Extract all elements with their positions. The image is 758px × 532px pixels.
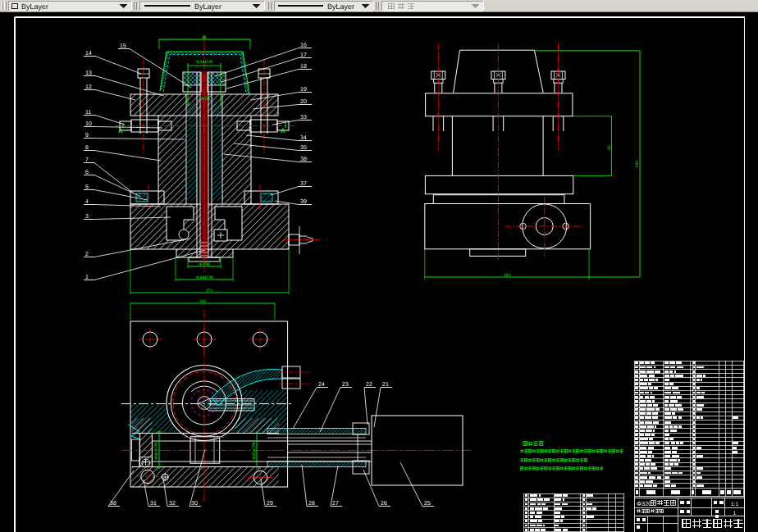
svg-text:21: 21	[382, 382, 389, 388]
svg-text:Φ320: Φ320	[637, 500, 652, 507]
svg-text:1:1: 1:1	[731, 502, 738, 507]
svg-text:3: 3	[85, 214, 89, 220]
svg-text:1: 1	[733, 511, 737, 516]
svg-text:31: 31	[150, 501, 157, 507]
svg-text:6: 6	[85, 170, 89, 175]
svg-text:ByLayer: ByLayer	[21, 2, 48, 11]
svg-text:A: A	[281, 127, 285, 134]
svg-text:18: 18	[300, 64, 307, 70]
svg-text:M24: M24	[201, 97, 209, 102]
svg-text:17: 17	[300, 52, 307, 58]
svg-text:25: 25	[424, 501, 431, 507]
svg-text:11: 11	[85, 110, 91, 116]
svg-text:38: 38	[110, 501, 116, 507]
svg-text:Φ35H7/f6: Φ35H7/f6	[252, 442, 257, 460]
svg-text:170: 170	[206, 289, 213, 293]
svg-text:32: 32	[169, 501, 176, 507]
svg-text:240: 240	[635, 161, 640, 168]
svg-text:27: 27	[332, 501, 339, 507]
svg-text:13: 13	[85, 70, 92, 76]
svg-text:180: 180	[199, 299, 207, 304]
svg-text:34: 34	[300, 135, 307, 141]
svg-text:8: 8	[85, 145, 89, 151]
svg-text:10: 10	[85, 121, 92, 127]
svg-text:23: 23	[342, 382, 349, 388]
svg-text:38: 38	[300, 157, 307, 162]
svg-text:33: 33	[300, 115, 307, 120]
svg-text:88: 88	[202, 35, 207, 39]
svg-text:12: 12	[85, 84, 92, 90]
svg-text:7: 7	[85, 157, 89, 163]
svg-text:35: 35	[300, 145, 307, 151]
svg-text:ByLayer: ByLayer	[194, 2, 221, 11]
svg-text:19: 19	[300, 87, 307, 93]
svg-text:5: 5	[85, 184, 89, 190]
svg-text:15: 15	[120, 43, 126, 49]
svg-text:28: 28	[308, 501, 315, 507]
svg-text:4: 4	[85, 199, 89, 205]
svg-text:30: 30	[191, 501, 198, 507]
svg-text:1: 1	[85, 275, 89, 280]
svg-text:9: 9	[85, 133, 89, 139]
svg-text:14: 14	[85, 51, 92, 57]
svg-text:29: 29	[267, 501, 273, 507]
svg-text:39: 39	[300, 199, 307, 205]
svg-text:65: 65	[607, 145, 612, 150]
svg-text:ByLayer: ByLayer	[327, 2, 354, 11]
svg-text:24: 24	[318, 382, 325, 388]
svg-text:16: 16	[300, 43, 307, 48]
svg-text:22: 22	[366, 382, 372, 388]
svg-text:20: 20	[300, 99, 307, 105]
svg-text:2: 2	[85, 252, 89, 257]
svg-text:Φ28H7/f6: Φ28H7/f6	[195, 60, 213, 65]
svg-text:180: 180	[504, 273, 511, 278]
svg-text:Φ25f8: Φ25f8	[199, 262, 210, 267]
svg-text:37: 37	[300, 181, 307, 187]
svg-text:Φ48H7/f8: Φ48H7/f8	[195, 275, 213, 280]
svg-text:Φ40H7/f6: Φ40H7/f6	[154, 442, 159, 460]
svg-text:26: 26	[381, 501, 387, 507]
svg-text:A: A	[118, 127, 123, 134]
